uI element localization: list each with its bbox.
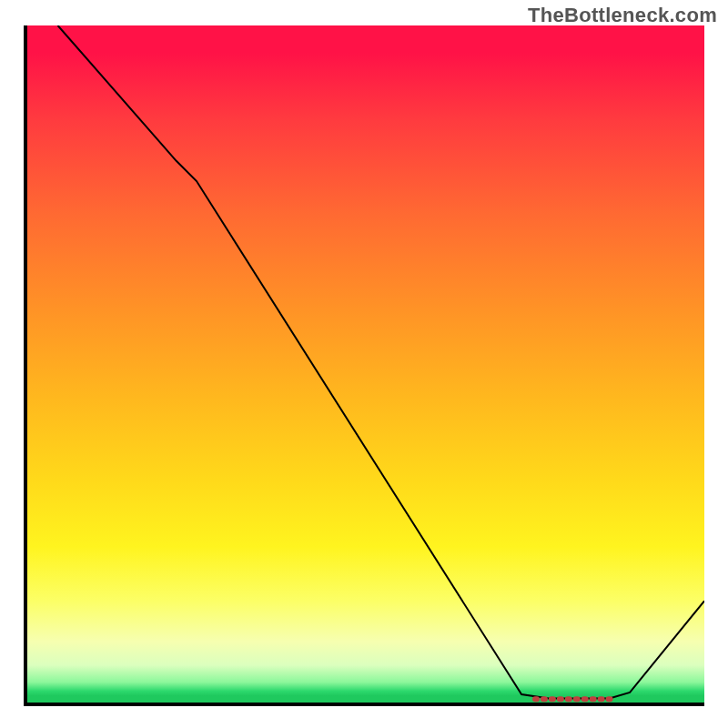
chart-plot-area (24, 25, 704, 706)
performance-curve (58, 25, 704, 699)
watermark-text: TheBottleneck.com (528, 4, 717, 27)
chart-overlay (27, 25, 704, 703)
